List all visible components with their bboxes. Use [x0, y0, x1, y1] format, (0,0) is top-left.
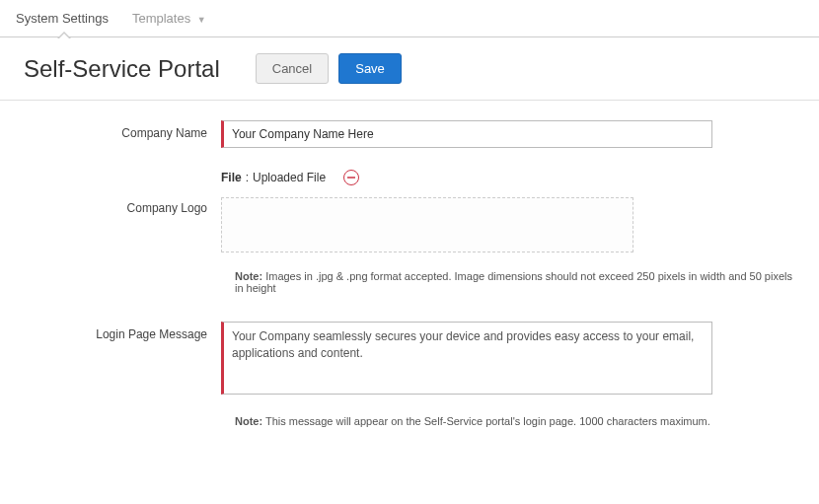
chevron-down-icon: ▼ [197, 15, 206, 25]
row-login-message: Login Page Message [24, 322, 795, 397]
form-area: Company Name Company Logo File : Uploade… [0, 101, 819, 427]
file-line: File : Uploaded File [221, 170, 795, 185]
company-name-input[interactable] [221, 120, 712, 148]
logo-dropzone[interactable] [221, 197, 633, 252]
file-label: File [221, 171, 242, 184]
logo-note: Note: Images in .jpg & .png format accep… [235, 270, 795, 294]
row-company-logo: Company Logo File : Uploaded File [24, 166, 795, 252]
tab-indicator-inner [58, 34, 70, 39]
logo-note-prefix: Note: [235, 270, 262, 282]
page-header: Self-Service Portal Cancel Save [0, 37, 819, 101]
file-value: Uploaded File [253, 171, 326, 184]
label-company-name: Company Name [24, 120, 221, 140]
row-company-name: Company Name [24, 120, 795, 148]
file-separator: : [246, 171, 249, 184]
remove-file-icon[interactable] [343, 170, 359, 185]
label-company-logo: Company Logo [24, 166, 221, 215]
label-login-message: Login Page Message [24, 322, 221, 341]
logo-note-text: Images in .jpg & .png format accepted. I… [235, 270, 792, 294]
login-message-note: Note: This message will appear on the Se… [235, 415, 795, 427]
tab-system-settings[interactable]: System Settings [16, 11, 109, 34]
login-note-prefix: Note: [235, 415, 262, 427]
save-button[interactable]: Save [338, 53, 402, 84]
cancel-button[interactable]: Cancel [256, 53, 329, 84]
login-note-text: This message will appear on the Self-Ser… [262, 415, 710, 427]
tab-templates-label: Templates [132, 11, 190, 26]
tab-templates[interactable]: Templates ▼ [132, 11, 206, 34]
tab-bar: System Settings Templates ▼ [0, 0, 819, 37]
login-message-input[interactable] [221, 322, 712, 395]
page-title: Self-Service Portal [24, 55, 220, 83]
